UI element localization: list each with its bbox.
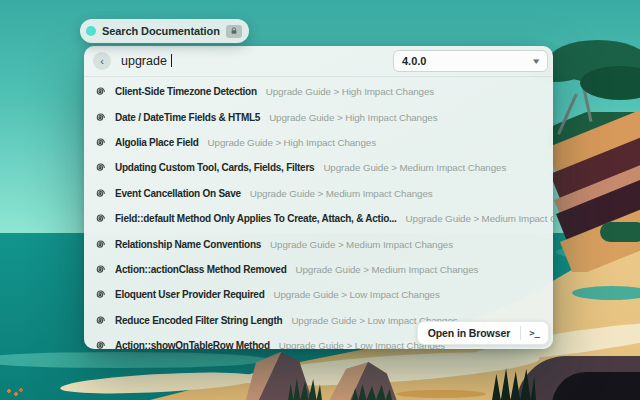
version-value: 4.0.0	[402, 55, 426, 67]
result-title: Event Cancellation On Save	[115, 188, 241, 199]
result-title: Action::showOnTableRow Method	[115, 340, 270, 349]
result-row[interactable]: Relationship Name ConventionsUpgrade Gui…	[84, 231, 553, 256]
wallpaper-rock-shadow	[396, 390, 486, 398]
result-breadcrumb: Upgrade Guide > Medium Impact Changes	[270, 239, 453, 250]
spiral-icon	[94, 288, 107, 301]
open-in-browser-button[interactable]: Open in Browser >_	[417, 321, 549, 345]
result-title: Date / DateTime Fields & HTML5	[115, 112, 260, 123]
terminal-icon[interactable]: >_	[521, 328, 548, 338]
search-window: ‹ upgrade 4.0.0 ▾ Client-Side Timezone D…	[84, 46, 553, 349]
app-status-dot	[86, 26, 96, 36]
result-title: Field::default Method Only Applies To Cr…	[115, 213, 397, 224]
result-breadcrumb: Upgrade Guide > High Impact Changes	[266, 86, 434, 97]
open-in-browser-label: Open in Browser	[418, 327, 521, 339]
result-title: Eloquent User Provider Required	[115, 289, 265, 300]
result-title: Relationship Name Conventions	[115, 239, 261, 250]
result-row[interactable]: Date / DateTime Fields & HTML5Upgrade Gu…	[84, 104, 553, 129]
spiral-icon	[94, 263, 107, 276]
result-breadcrumb: Upgrade Guide > Medium Impact Changes	[296, 264, 479, 275]
version-dropdown[interactable]: 4.0.0 ▾	[393, 50, 548, 72]
spiral-icon	[94, 187, 107, 200]
spiral-icon	[94, 238, 107, 251]
back-button[interactable]: ‹	[93, 52, 111, 70]
search-input[interactable]: upgrade	[121, 54, 172, 68]
spiral-icon	[94, 314, 107, 327]
spiral-icon	[94, 212, 107, 225]
lock-icon	[226, 25, 242, 38]
wallpaper-bush	[600, 222, 640, 242]
wallpaper-flowers	[6, 388, 24, 398]
result-title: Action::actionClass Method Removed	[115, 264, 287, 275]
result-title: Reduce Encoded Filter String Length	[115, 315, 282, 326]
search-query-text: upgrade	[121, 54, 167, 68]
result-row[interactable]: Eloquent User Provider RequiredUpgrade G…	[84, 282, 553, 307]
result-breadcrumb: Upgrade Guide > Medium Impact Changes	[323, 162, 506, 173]
search-header: ‹ upgrade 4.0.0 ▾	[84, 46, 553, 77]
result-breadcrumb: Upgrade Guide > High Impact Changes	[208, 137, 376, 148]
spiral-icon	[94, 339, 107, 349]
results-list: Client-Side Timezone DetectionUpgrade Gu…	[84, 79, 553, 349]
spiral-icon	[94, 111, 107, 124]
result-title: Client-Side Timezone Detection	[115, 86, 257, 97]
result-breadcrumb: Upgrade Guide > Low Impact Changes	[274, 289, 440, 300]
result-row[interactable]: Action::actionClass Method RemovedUpgrad…	[84, 257, 553, 282]
text-caret	[171, 54, 173, 67]
wallpaper-cliff	[548, 112, 640, 272]
desktop: Search Documentation ‹ upgrade 4.0.0 ▾ C…	[0, 0, 640, 400]
result-row[interactable]: Client-Side Timezone DetectionUpgrade Gu…	[84, 79, 553, 104]
result-row[interactable]: Event Cancellation On SaveUpgrade Guide …	[84, 181, 553, 206]
result-title: Algolia Place Field	[115, 137, 199, 148]
spiral-icon	[94, 85, 107, 98]
launcher-pill[interactable]: Search Documentation	[80, 19, 249, 43]
chevron-left-icon: ‹	[100, 56, 104, 67]
spiral-icon	[94, 161, 107, 174]
launcher-title: Search Documentation	[102, 25, 220, 37]
spiral-icon	[94, 136, 107, 149]
result-title: Updating Custom Tool, Cards, Fields, Fil…	[115, 162, 314, 173]
result-row[interactable]: Algolia Place FieldUpgrade Guide > High …	[84, 130, 553, 155]
result-breadcrumb: Upgrade Guide > Medium Impact Changes	[250, 188, 433, 199]
result-row[interactable]: Updating Custom Tool, Cards, Fields, Fil…	[84, 155, 553, 180]
result-breadcrumb: Upgrade Guide > Medium Impact Changes	[406, 213, 553, 224]
result-breadcrumb: Upgrade Guide > High Impact Changes	[269, 112, 437, 123]
chevron-down-icon: ▾	[534, 56, 540, 66]
result-row[interactable]: Field::default Method Only Applies To Cr…	[84, 206, 553, 231]
